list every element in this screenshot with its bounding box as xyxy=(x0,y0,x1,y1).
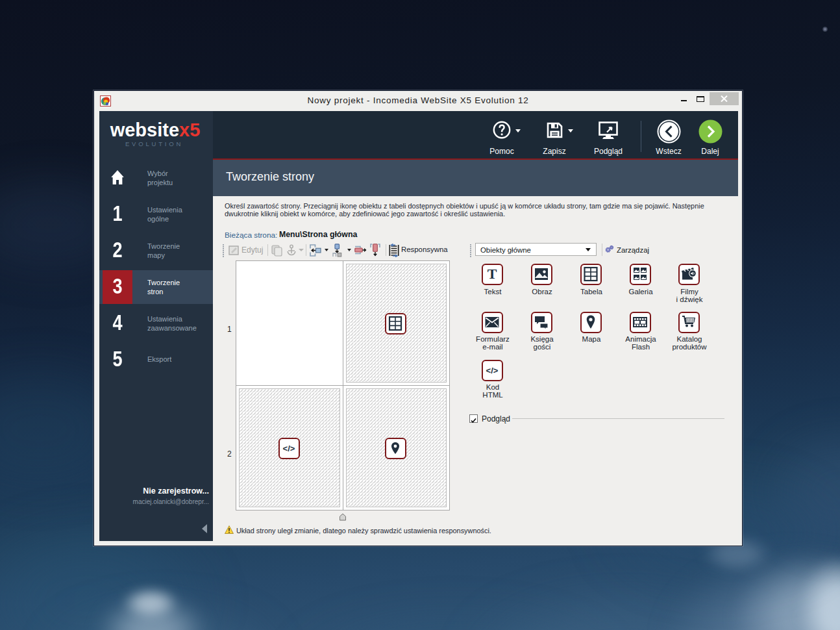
svg-text:T: T xyxy=(488,266,497,282)
svg-text:</>: </> xyxy=(486,366,499,375)
svg-text:</>: </> xyxy=(283,444,295,453)
